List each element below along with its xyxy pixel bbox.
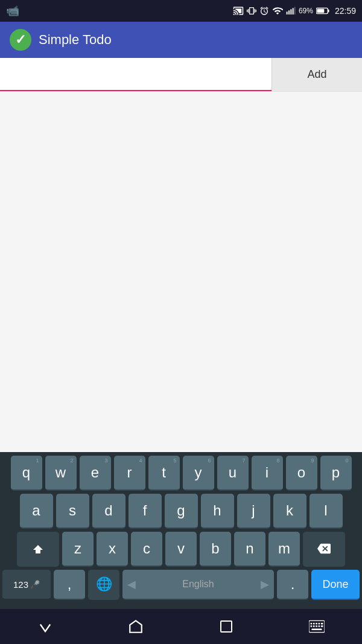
key-shift[interactable] xyxy=(17,532,59,567)
key-f[interactable]: f xyxy=(129,494,162,529)
nav-recents-button[interactable] xyxy=(208,614,244,639)
nav-home-button[interactable] xyxy=(118,614,154,639)
svg-rect-6 xyxy=(328,10,329,13)
svg-rect-3 xyxy=(293,8,294,14)
keyboard-row-4: 123 🎤 , 🌐 ◀ English ▶ . Done xyxy=(2,570,360,604)
key-space[interactable]: ◀ English ▶ xyxy=(122,570,274,600)
svg-rect-18 xyxy=(316,625,317,627)
key-letter-m: m xyxy=(278,541,290,556)
key-number-8: 8 xyxy=(276,457,279,464)
key-number-4: 4 xyxy=(139,457,142,464)
key-r[interactable]: 4r xyxy=(114,456,145,491)
key-letter-v: v xyxy=(177,541,185,556)
svg-rect-0 xyxy=(287,11,288,14)
key-s[interactable]: s xyxy=(56,494,89,529)
app-title: Simple Todo xyxy=(39,32,112,48)
app-bar: ✓ Simple Todo xyxy=(0,22,362,58)
svg-rect-2 xyxy=(290,9,291,14)
key-e[interactable]: 3e xyxy=(80,456,111,491)
key-l[interactable]: l xyxy=(310,494,343,529)
key-h[interactable]: h xyxy=(201,494,234,529)
key-done[interactable]: Done xyxy=(311,570,360,600)
key-number-9: 9 xyxy=(311,457,314,464)
key-letter-r: r xyxy=(127,465,132,480)
key-backspace[interactable] xyxy=(303,532,345,567)
key-letter-z: z xyxy=(74,541,81,556)
space-label: English xyxy=(182,579,214,590)
key-k[interactable]: k xyxy=(273,494,306,529)
content-area xyxy=(0,92,362,452)
key-n[interactable]: n xyxy=(234,532,265,567)
key-letter-w: w xyxy=(56,465,66,480)
shift-icon xyxy=(31,541,45,556)
key-i[interactable]: 8i xyxy=(252,456,283,491)
nav-keyboard-button[interactable] xyxy=(299,614,335,639)
key-t[interactable]: 5t xyxy=(148,456,180,491)
checkmark-icon: ✓ xyxy=(15,32,26,48)
svg-rect-13 xyxy=(316,623,317,625)
key-letter-x: x xyxy=(109,541,116,556)
key-d[interactable]: d xyxy=(92,494,125,529)
alarm-icon xyxy=(259,6,269,16)
key-number-2: 2 xyxy=(70,457,73,464)
svg-rect-4 xyxy=(294,7,295,14)
key-period[interactable]: . xyxy=(277,570,308,600)
battery-text: 69% xyxy=(299,7,313,15)
key-u[interactable]: 7u xyxy=(217,456,249,491)
input-row: Add xyxy=(0,58,362,92)
key-123[interactable]: 123 🎤 xyxy=(2,570,51,600)
key-letter-y: y xyxy=(195,465,202,480)
status-left: 📹 xyxy=(6,4,19,18)
key-letter-s: s xyxy=(69,503,76,518)
key-globe[interactable]: 🌐 xyxy=(88,570,119,600)
key-b[interactable]: b xyxy=(200,532,231,567)
key-comma[interactable]: , xyxy=(54,570,85,600)
globe-icon: 🌐 xyxy=(96,576,112,592)
key-c[interactable]: c xyxy=(131,532,162,567)
key-number-7: 7 xyxy=(242,457,245,464)
svg-rect-16 xyxy=(311,625,313,627)
key-letter-h: h xyxy=(213,503,221,518)
key-a[interactable]: a xyxy=(20,494,53,529)
svg-rect-19 xyxy=(319,625,320,627)
arrow-right-icon: ▶ xyxy=(261,578,269,591)
svg-rect-14 xyxy=(319,623,320,625)
keyboard-row-2: asdfghjkl xyxy=(2,494,360,529)
key-letter-g: g xyxy=(177,503,185,518)
key-letter-q: q xyxy=(22,465,30,480)
backspace-icon xyxy=(316,542,332,555)
key-letter-e: e xyxy=(91,465,99,480)
svg-rect-9 xyxy=(221,621,232,632)
key-g[interactable]: g xyxy=(165,494,198,529)
key-letter-u: u xyxy=(229,465,237,480)
key-j[interactable]: j xyxy=(237,494,270,529)
mic-icon: 🎤 xyxy=(30,580,40,589)
svg-rect-7 xyxy=(317,9,324,13)
key-letter-i: i xyxy=(265,465,268,480)
vibrate-icon xyxy=(247,6,256,16)
keyboard-row-3: zxcvbnm xyxy=(2,532,360,567)
period-label: . xyxy=(291,577,295,591)
key-q[interactable]: 1q xyxy=(11,456,42,491)
nav-back-button[interactable] xyxy=(27,614,63,639)
key-z[interactable]: z xyxy=(62,532,94,567)
status-bar: 📹 69% xyxy=(0,0,362,22)
key-x[interactable]: x xyxy=(97,532,128,567)
svg-rect-1 xyxy=(288,10,290,14)
key-letter-c: c xyxy=(143,541,150,556)
keyboard: 1q2w3e4r5t6y7u8i9o0p asdfghjkl zxcvbnm 1… xyxy=(0,452,362,609)
key-letter-p: p xyxy=(332,465,340,480)
key-y[interactable]: 6y xyxy=(183,456,214,491)
key-o[interactable]: 9o xyxy=(286,456,317,491)
key-w[interactable]: 2w xyxy=(45,456,77,491)
key-m[interactable]: m xyxy=(268,532,300,567)
key-number-5: 5 xyxy=(173,457,176,464)
key-letter-f: f xyxy=(143,503,147,518)
key-v[interactable]: v xyxy=(165,532,197,567)
todo-input[interactable] xyxy=(0,58,272,91)
add-button[interactable]: Add xyxy=(272,58,362,91)
key-p[interactable]: 0p xyxy=(320,456,352,491)
key-letter-j: j xyxy=(252,503,255,518)
app-icon: ✓ xyxy=(10,29,31,51)
key-number-1: 1 xyxy=(36,457,39,464)
